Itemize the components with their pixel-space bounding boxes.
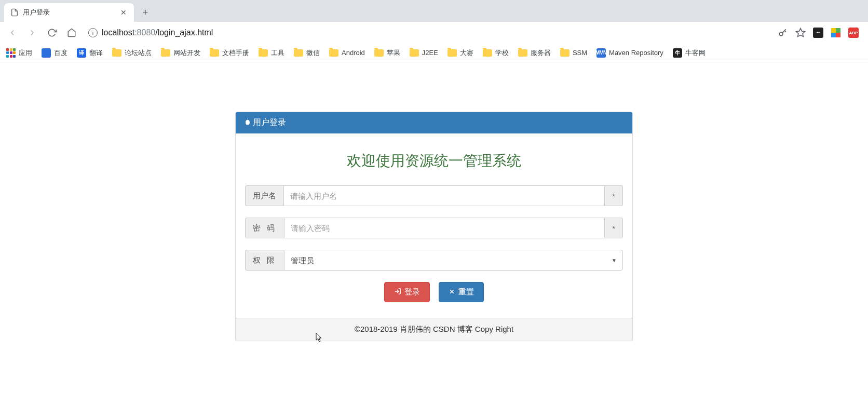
login-button-label: 登录 <box>404 287 420 297</box>
button-row: 登录 重置 <box>245 282 623 302</box>
toolbar-right: •• ABP <box>778 28 863 38</box>
site-icon: 译 <box>77 48 86 58</box>
bookmark-label: SSM <box>573 49 587 57</box>
back-button[interactable] <box>5 25 20 40</box>
bookmark-label: 文档手册 <box>222 48 249 58</box>
tab-strip: 用户登录 ✕ + <box>0 0 868 22</box>
folder-icon <box>447 49 457 57</box>
key-icon[interactable] <box>778 28 788 38</box>
bookmark-item[interactable]: 牛牛客网 <box>673 48 706 58</box>
bookmark-label: 微信 <box>306 48 320 58</box>
folder-icon <box>259 49 268 57</box>
tab-title: 用户登录 <box>23 8 115 17</box>
folder-icon <box>294 49 303 57</box>
bookmark-item[interactable]: 大赛 <box>447 48 473 58</box>
bookmark-item[interactable]: MVNMaven Repository <box>596 48 663 58</box>
svg-rect-4 <box>831 33 836 37</box>
reset-button[interactable]: 重置 <box>439 282 484 302</box>
bookmark-item[interactable]: 百度 <box>42 48 67 58</box>
site-icon: MVN <box>596 48 606 58</box>
bookmark-label: 苹果 <box>387 48 400 58</box>
site-info-icon[interactable]: i <box>88 28 98 37</box>
panel-footer: ©2018-2019 肖朋伟的 CSDN 博客 Copy Right <box>236 318 632 341</box>
bookmark-label: Maven Repository <box>609 49 663 57</box>
browser-chrome: 用户登录 ✕ + i localhost:8080/login_ajax.htm… <box>0 0 868 62</box>
site-icon: 牛 <box>673 48 682 58</box>
svg-rect-2 <box>831 28 836 33</box>
bookmark-apps[interactable]: 应用 <box>6 48 32 58</box>
bookmark-label: Android <box>342 49 365 57</box>
svg-rect-3 <box>836 28 840 33</box>
folder-icon <box>329 49 338 57</box>
bookmark-item[interactable]: 微信 <box>294 48 320 58</box>
login-button[interactable]: 登录 <box>384 282 430 302</box>
bookmark-item[interactable]: 论坛站点 <box>112 48 152 58</box>
panel-body: 欢迎使用资源统一管理系统 用户名 * 密 码 * 权 限 管理员 ▼ <box>236 133 632 318</box>
bookmark-item[interactable]: SSM <box>560 49 587 57</box>
bookmark-item[interactable]: 学校 <box>483 48 509 58</box>
required-marker: * <box>605 218 623 238</box>
forward-button[interactable] <box>25 25 39 40</box>
browser-tab[interactable]: 用户登录 ✕ <box>4 3 134 22</box>
extension-icon-2[interactable] <box>831 28 841 38</box>
svg-marker-1 <box>796 29 805 37</box>
welcome-heading: 欢迎使用资源统一管理系统 <box>245 151 623 171</box>
panel-title: 用户登录 <box>253 117 286 128</box>
folder-icon <box>518 49 527 57</box>
home-button[interactable] <box>64 25 79 40</box>
username-label: 用户名 <box>245 185 283 206</box>
signin-icon <box>394 288 401 297</box>
password-label: 密 码 <box>245 218 284 238</box>
bookmark-label: 百度 <box>54 48 67 58</box>
bookmark-label: 网站开发 <box>173 48 200 58</box>
address-bar[interactable]: i localhost:8080/login_ajax.html <box>84 28 772 37</box>
abp-icon[interactable]: ABP <box>848 28 859 38</box>
bookmark-label: 学校 <box>495 48 509 58</box>
page-content: 用户登录 欢迎使用资源统一管理系统 用户名 * 密 码 * 权 限 管理员 <box>0 62 868 341</box>
role-label: 权 限 <box>245 250 284 271</box>
reset-button-label: 重置 <box>458 287 474 297</box>
bookmark-item[interactable]: 工具 <box>259 48 284 58</box>
login-panel: 用户登录 欢迎使用资源统一管理系统 用户名 * 密 码 * 权 限 管理员 <box>235 112 633 341</box>
extension-icon-1[interactable]: •• <box>813 28 823 38</box>
folder-icon <box>483 49 492 57</box>
role-select[interactable]: 管理员 <box>284 250 623 271</box>
bookmark-item[interactable]: Android <box>329 49 365 57</box>
bookmark-label: J2EE <box>422 49 438 57</box>
required-marker: * <box>605 185 623 206</box>
username-input[interactable] <box>283 185 605 206</box>
password-input[interactable] <box>284 218 605 238</box>
bookmark-label: 论坛站点 <box>125 48 152 58</box>
bookmark-label: 大赛 <box>460 48 473 58</box>
bookmark-label: 服务器 <box>531 48 551 58</box>
apple-icon <box>243 118 252 128</box>
folder-icon <box>112 49 121 57</box>
panel-heading: 用户登录 <box>236 112 632 133</box>
tab-close-icon[interactable]: ✕ <box>119 8 128 17</box>
apps-grid-icon <box>6 48 16 58</box>
reload-button[interactable] <box>45 25 59 40</box>
folder-icon <box>560 49 569 57</box>
bookmark-label: 翻译 <box>89 48 103 58</box>
new-tab-button[interactable]: + <box>138 5 153 20</box>
bookmark-item[interactable]: 译翻译 <box>77 48 103 58</box>
username-row: 用户名 * <box>245 185 623 206</box>
bookmark-label: 工具 <box>271 48 284 58</box>
folder-icon <box>210 49 219 57</box>
folder-icon <box>374 49 384 57</box>
url-text: localhost:8080/login_ajax.html <box>102 28 213 37</box>
bookmark-item[interactable]: 服务器 <box>518 48 551 58</box>
star-icon[interactable] <box>795 28 806 38</box>
folder-icon <box>161 49 170 57</box>
page-icon <box>10 8 19 17</box>
bookmark-label: 应用 <box>19 48 32 58</box>
role-row: 权 限 管理员 ▼ <box>245 250 623 271</box>
bookmark-item[interactable]: 网站开发 <box>161 48 200 58</box>
bookmark-item[interactable]: 苹果 <box>374 48 400 58</box>
site-icon <box>42 48 51 58</box>
bookmark-item[interactable]: 文档手册 <box>210 48 249 58</box>
bookmark-item[interactable]: J2EE <box>410 49 438 57</box>
bookmarks-bar: 应用 百度译翻译论坛站点网站开发文档手册工具微信Android苹果J2EE大赛学… <box>0 44 868 62</box>
password-row: 密 码 * <box>245 218 623 238</box>
bookmark-label: 牛客网 <box>685 48 706 58</box>
